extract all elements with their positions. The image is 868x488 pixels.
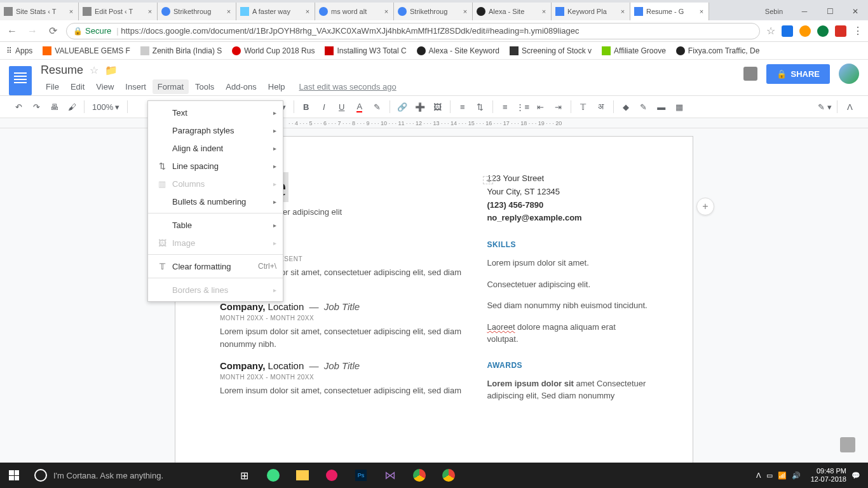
browser-tab[interactable]: Strikethroug×	[394, 3, 473, 20]
menu-addons[interactable]: Add-ons	[220, 79, 261, 94]
chrome-profile[interactable]: Sebin	[756, 8, 792, 15]
numbered-list-button[interactable]: ≡	[497, 98, 513, 115]
notifications-icon[interactable]: 💬	[851, 471, 860, 480]
menu-paragraph-styles[interactable]: Paragraph styles▸	[148, 121, 283, 139]
start-button[interactable]	[0, 463, 28, 488]
extension-icon[interactable]	[835, 25, 846, 37]
awards-heading[interactable]: AWARDS	[487, 361, 648, 370]
browser-tab[interactable]: Keyword Pla×	[552, 3, 630, 20]
menu-bullets-numbering[interactable]: Bullets & numbering▸	[148, 193, 283, 210]
docs-logo-icon[interactable]	[9, 66, 32, 95]
url-input[interactable]: 🔒Secure | https://docs.google.com/docume…	[66, 23, 760, 39]
folder-icon[interactable]: 📁	[105, 64, 118, 76]
bookmark-item[interactable]: Affiliate Groove	[602, 46, 666, 55]
menu-table[interactable]: Table▸	[148, 216, 283, 234]
chrome-icon[interactable]	[407, 463, 432, 488]
browser-tab[interactable]: Site Stats ‹ T×	[0, 3, 79, 20]
add-comment-button[interactable]: +	[696, 198, 714, 215]
align-button[interactable]: ≡	[454, 98, 471, 115]
browser-tab[interactable]: Strikethroug×	[158, 3, 236, 20]
awards-list[interactable]: Lorem ipsum dolor sit amet Consectetuer …	[487, 377, 648, 402]
print-button[interactable]: 🖶	[46, 98, 62, 115]
skills-heading[interactable]: SKILLS	[487, 240, 648, 249]
extension-icon[interactable]	[799, 25, 811, 37]
reload-button[interactable]: ⟳	[46, 24, 60, 38]
share-button[interactable]: 🔒SHARE	[766, 64, 830, 84]
comments-icon[interactable]	[743, 67, 757, 81]
highlight-button[interactable]: ✎	[369, 98, 386, 115]
experience-entry[interactable]: Company, Location — Job Title MONTH 20XX…	[220, 360, 461, 397]
document-title[interactable]: Resume	[41, 64, 83, 77]
cortana-icon[interactable]	[34, 469, 47, 482]
close-icon[interactable]: ×	[226, 8, 232, 15]
bookmark-item[interactable]: Zenith Birla (India) S	[140, 46, 222, 55]
extension-icon[interactable]	[782, 25, 793, 37]
close-button[interactable]: ✕	[843, 3, 868, 20]
bookmark-item[interactable]: Alexa - Site Keyword	[417, 46, 499, 55]
zoom-select[interactable]: 100% ▾	[88, 102, 123, 112]
bookmark-item[interactable]: Fixya.com Traffic, De	[676, 46, 759, 55]
close-icon[interactable]: ×	[304, 8, 311, 15]
back-button[interactable]: ←	[5, 24, 19, 38]
bookmark-item[interactable]: Screening of Stock v	[510, 46, 592, 55]
underline-button[interactable]: U	[334, 98, 350, 115]
paint-format-button[interactable]: 🖌	[64, 98, 80, 115]
skills-list[interactable]: Lorem ipsum dolor sit amet. Consectetuer…	[487, 257, 648, 346]
bookmark-item[interactable]: World Cup 2018 Rus	[232, 46, 315, 55]
more-button[interactable]: ◆	[618, 98, 634, 115]
bookmark-item[interactable]: Installing W3 Total C	[325, 46, 406, 55]
close-icon[interactable]: ×	[462, 8, 468, 15]
file-explorer-icon[interactable]	[290, 463, 315, 488]
browser-tab[interactable]: Edit Post ‹ T×	[79, 3, 158, 20]
last-edit-link[interactable]: Last edit was seconds ago	[299, 82, 397, 92]
italic-button[interactable]: I	[316, 98, 332, 115]
more-button[interactable]: ▦	[671, 98, 688, 115]
browser-tab[interactable]: A faster way×	[236, 3, 315, 20]
indent-decrease-button[interactable]: ⇤	[532, 98, 549, 115]
editing-mode-button[interactable]: ✎ ▾	[817, 98, 833, 115]
network-icon[interactable]: 📶	[778, 471, 787, 480]
close-icon[interactable]: ×	[698, 8, 705, 15]
tray-chevron-icon[interactable]: ᐱ	[756, 471, 761, 480]
image-button[interactable]: 🖼	[430, 98, 446, 115]
star-icon[interactable]: ☆	[766, 25, 775, 37]
link-button[interactable]: 🔗	[394, 98, 410, 115]
clear-format-button[interactable]: 𝕋	[575, 98, 592, 115]
browser-tab[interactable]: ms word alt×	[315, 3, 394, 20]
maximize-button[interactable]: ☐	[817, 3, 843, 20]
close-icon[interactable]: ×	[620, 8, 626, 15]
browser-tab[interactable]: Alexa - Site×	[473, 3, 552, 20]
hide-menus-button[interactable]: ᐱ	[841, 98, 858, 115]
explore-button[interactable]	[840, 437, 855, 452]
forward-button[interactable]: →	[25, 24, 39, 38]
line-spacing-button[interactable]: ⇅	[472, 98, 489, 115]
menu-tools[interactable]: Tools	[190, 79, 219, 94]
close-icon[interactable]: ×	[68, 8, 74, 15]
chrome-canary-icon[interactable]	[436, 463, 461, 488]
menu-view[interactable]: View	[91, 79, 119, 94]
more-button[interactable]: ▬	[653, 98, 670, 115]
extension-icon[interactable]	[817, 25, 829, 37]
input-tools-button[interactable]: अ	[593, 98, 609, 115]
comment-button[interactable]: ➕	[412, 98, 428, 115]
contact-info[interactable]: 123 Your Street Your City, ST 12345 (123…	[487, 172, 648, 225]
menu-text[interactable]: Text▸	[148, 104, 283, 121]
close-icon[interactable]: ×	[541, 8, 547, 15]
ruler[interactable]: · · 4 · · · 5 · · · 6 · · · 7 · · · 8 · …	[0, 118, 868, 128]
close-icon[interactable]: ×	[147, 8, 153, 15]
apps-button[interactable]: ⠿Apps	[6, 46, 32, 55]
browser-tab-active[interactable]: Resume - G×	[630, 3, 709, 20]
menu-file[interactable]: File	[41, 79, 64, 94]
menu-align-indent[interactable]: Align & indent▸	[148, 139, 283, 157]
menu-edit[interactable]: Edit	[65, 79, 90, 94]
bulleted-list-button[interactable]: ⋮≡	[515, 98, 531, 115]
document-canvas[interactable]: ◄ + Name amet, consectetuer adipiscing e…	[0, 128, 868, 464]
system-clock[interactable]: 09:48 PM 12-07-2018	[811, 467, 846, 484]
star-icon[interactable]: ☆	[90, 64, 98, 76]
indent-increase-button[interactable]: ⇥	[550, 98, 567, 115]
close-icon[interactable]: ×	[383, 8, 390, 15]
visual-studio-icon[interactable]: ⋈	[377, 463, 403, 488]
user-avatar[interactable]	[839, 64, 859, 84]
cortana-search[interactable]: I'm Cortana. Ask me anything.	[53, 471, 231, 480]
redo-button[interactable]: ↷	[28, 98, 44, 115]
